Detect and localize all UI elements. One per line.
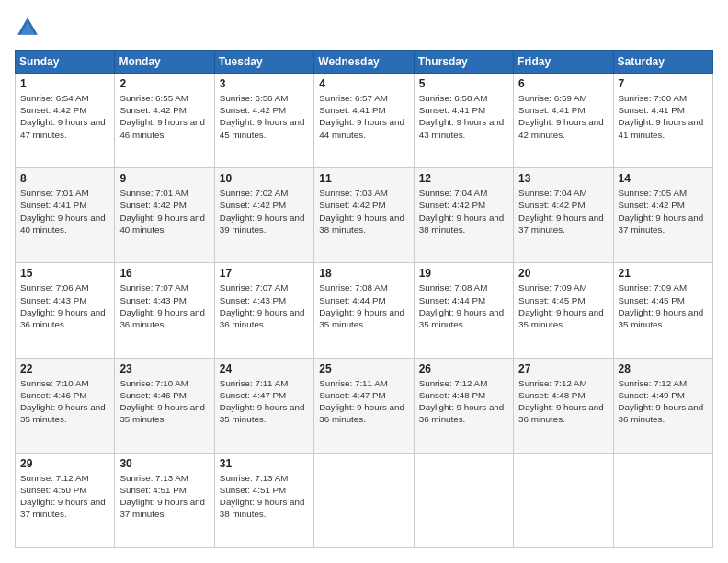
calendar-cell: 4Sunrise: 6:57 AMSunset: 4:41 PMDaylight…: [314, 74, 414, 168]
day-number: 9: [119, 172, 209, 185]
day-info: Sunrise: 6:57 AMSunset: 4:41 PMDaylight:…: [319, 92, 408, 141]
calendar-cell: 28Sunrise: 7:12 AMSunset: 4:49 PMDayligh…: [613, 358, 712, 453]
day-info: Sunrise: 6:55 AMSunset: 4:42 PMDaylight:…: [119, 92, 209, 141]
day-number: 29: [20, 457, 109, 470]
day-number: 13: [518, 172, 608, 185]
calendar-cell: 21Sunrise: 7:09 AMSunset: 4:45 PMDayligh…: [613, 263, 712, 358]
calendar-cell: 24Sunrise: 7:11 AMSunset: 4:47 PMDayligh…: [214, 358, 313, 453]
calendar-cell: 30Sunrise: 7:13 AMSunset: 4:51 PMDayligh…: [115, 453, 214, 547]
day-number: 14: [619, 172, 708, 185]
calendar-cell: 11Sunrise: 7:03 AMSunset: 4:42 PMDayligh…: [314, 168, 414, 263]
calendar-week-2: 8Sunrise: 7:01 AMSunset: 4:41 PMDaylight…: [16, 168, 713, 263]
day-header-sunday: Sunday: [16, 51, 115, 74]
day-number: 27: [518, 362, 608, 375]
day-info: Sunrise: 7:09 AMSunset: 4:45 PMDaylight:…: [518, 282, 608, 330]
calendar-cell: 6Sunrise: 6:59 AMSunset: 4:41 PMDaylight…: [514, 74, 613, 168]
calendar-cell: 7Sunrise: 7:00 AMSunset: 4:41 PMDaylight…: [613, 74, 712, 168]
day-header-tuesday: Tuesday: [214, 51, 313, 74]
calendar-week-5: 29Sunrise: 7:12 AMSunset: 4:50 PMDayligh…: [16, 453, 713, 547]
day-number: 24: [220, 362, 309, 375]
calendar-week-4: 22Sunrise: 7:10 AMSunset: 4:46 PMDayligh…: [16, 358, 713, 453]
calendar-table: SundayMondayTuesdayWednesdayThursdayFrid…: [15, 50, 713, 548]
day-number: 4: [319, 77, 408, 90]
day-info: Sunrise: 6:56 AMSunset: 4:42 PMDaylight:…: [220, 92, 309, 141]
day-number: 3: [220, 77, 309, 90]
day-info: Sunrise: 7:13 AMSunset: 4:51 PMDaylight:…: [119, 472, 209, 521]
calendar-cell: 5Sunrise: 6:58 AMSunset: 4:41 PMDaylight…: [414, 74, 513, 168]
calendar-cell: [314, 453, 414, 547]
day-info: Sunrise: 7:10 AMSunset: 4:46 PMDaylight:…: [119, 377, 209, 426]
day-info: Sunrise: 6:59 AMSunset: 4:41 PMDaylight:…: [518, 92, 608, 141]
day-number: 5: [419, 77, 508, 90]
day-number: 7: [619, 77, 708, 90]
day-number: 10: [220, 172, 309, 185]
calendar-cell: 25Sunrise: 7:11 AMSunset: 4:47 PMDayligh…: [314, 358, 414, 453]
day-number: 21: [619, 267, 708, 280]
day-info: Sunrise: 7:07 AMSunset: 4:43 PMDaylight:…: [119, 282, 209, 330]
calendar-cell: 27Sunrise: 7:12 AMSunset: 4:48 PMDayligh…: [514, 358, 613, 453]
calendar-cell: 19Sunrise: 7:08 AMSunset: 4:44 PMDayligh…: [414, 263, 513, 358]
day-number: 8: [20, 172, 109, 185]
day-header-wednesday: Wednesday: [314, 51, 414, 74]
logo-icon: [15, 15, 40, 40]
day-info: Sunrise: 7:01 AMSunset: 4:42 PMDaylight:…: [119, 187, 209, 236]
day-info: Sunrise: 7:00 AMSunset: 4:41 PMDaylight:…: [619, 92, 708, 141]
calendar-cell: 20Sunrise: 7:09 AMSunset: 4:45 PMDayligh…: [514, 263, 613, 358]
calendar-cell: 13Sunrise: 7:04 AMSunset: 4:42 PMDayligh…: [514, 168, 613, 263]
day-header-thursday: Thursday: [414, 51, 513, 74]
day-info: Sunrise: 7:03 AMSunset: 4:42 PMDaylight:…: [319, 187, 408, 236]
day-info: Sunrise: 7:08 AMSunset: 4:44 PMDaylight:…: [319, 282, 408, 330]
calendar-week-1: 1Sunrise: 6:54 AMSunset: 4:42 PMDaylight…: [16, 74, 713, 168]
day-number: 2: [119, 77, 209, 90]
header: [15, 15, 713, 40]
day-info: Sunrise: 6:58 AMSunset: 4:41 PMDaylight:…: [419, 92, 508, 141]
day-info: Sunrise: 7:09 AMSunset: 4:45 PMDaylight:…: [619, 282, 708, 330]
calendar-cell: 23Sunrise: 7:10 AMSunset: 4:46 PMDayligh…: [115, 358, 214, 453]
day-number: 19: [419, 267, 508, 280]
day-info: Sunrise: 7:11 AMSunset: 4:47 PMDaylight:…: [220, 377, 309, 426]
day-info: Sunrise: 7:02 AMSunset: 4:42 PMDaylight:…: [220, 187, 309, 236]
day-info: Sunrise: 7:12 AMSunset: 4:48 PMDaylight:…: [419, 377, 508, 426]
day-info: Sunrise: 7:06 AMSunset: 4:43 PMDaylight:…: [20, 282, 109, 330]
calendar-cell: 9Sunrise: 7:01 AMSunset: 4:42 PMDaylight…: [115, 168, 214, 263]
day-info: Sunrise: 7:07 AMSunset: 4:43 PMDaylight:…: [220, 282, 309, 330]
day-number: 31: [220, 457, 309, 470]
calendar-cell: [613, 453, 712, 547]
day-number: 22: [20, 362, 109, 375]
day-number: 11: [319, 172, 408, 185]
calendar-cell: 2Sunrise: 6:55 AMSunset: 4:42 PMDaylight…: [115, 74, 214, 168]
calendar-cell: 10Sunrise: 7:02 AMSunset: 4:42 PMDayligh…: [214, 168, 313, 263]
day-info: Sunrise: 7:04 AMSunset: 4:42 PMDaylight:…: [419, 187, 508, 236]
day-info: Sunrise: 7:10 AMSunset: 4:46 PMDaylight:…: [20, 377, 109, 426]
calendar-cell: 18Sunrise: 7:08 AMSunset: 4:44 PMDayligh…: [314, 263, 414, 358]
calendar-cell: 14Sunrise: 7:05 AMSunset: 4:42 PMDayligh…: [613, 168, 712, 263]
calendar-cell: 8Sunrise: 7:01 AMSunset: 4:41 PMDaylight…: [16, 168, 115, 263]
day-number: 15: [20, 267, 109, 280]
day-info: Sunrise: 7:01 AMSunset: 4:41 PMDaylight:…: [20, 187, 109, 236]
day-info: Sunrise: 7:12 AMSunset: 4:50 PMDaylight:…: [20, 472, 109, 521]
day-number: 16: [119, 267, 209, 280]
calendar-cell: [514, 453, 613, 547]
day-info: Sunrise: 7:04 AMSunset: 4:42 PMDaylight:…: [518, 187, 608, 236]
calendar-header-row: SundayMondayTuesdayWednesdayThursdayFrid…: [16, 51, 713, 74]
day-info: Sunrise: 6:54 AMSunset: 4:42 PMDaylight:…: [20, 92, 109, 141]
day-number: 6: [518, 77, 608, 90]
calendar-cell: 1Sunrise: 6:54 AMSunset: 4:42 PMDaylight…: [16, 74, 115, 168]
calendar-cell: 15Sunrise: 7:06 AMSunset: 4:43 PMDayligh…: [16, 263, 115, 358]
day-number: 17: [220, 267, 309, 280]
calendar-cell: 26Sunrise: 7:12 AMSunset: 4:48 PMDayligh…: [414, 358, 513, 453]
day-number: 1: [20, 77, 109, 90]
calendar-cell: 22Sunrise: 7:10 AMSunset: 4:46 PMDayligh…: [16, 358, 115, 453]
calendar-cell: 16Sunrise: 7:07 AMSunset: 4:43 PMDayligh…: [115, 263, 214, 358]
calendar-cell: 31Sunrise: 7:13 AMSunset: 4:51 PMDayligh…: [214, 453, 313, 547]
day-header-monday: Monday: [115, 51, 214, 74]
calendar-cell: 3Sunrise: 6:56 AMSunset: 4:42 PMDaylight…: [214, 74, 313, 168]
calendar-cell: 29Sunrise: 7:12 AMSunset: 4:50 PMDayligh…: [16, 453, 115, 547]
calendar-week-3: 15Sunrise: 7:06 AMSunset: 4:43 PMDayligh…: [16, 263, 713, 358]
day-header-saturday: Saturday: [613, 51, 712, 74]
page: SundayMondayTuesdayWednesdayThursdayFrid…: [0, 0, 728, 563]
calendar-cell: [414, 453, 513, 547]
day-number: 25: [319, 362, 408, 375]
day-number: 28: [619, 362, 708, 375]
day-info: Sunrise: 7:05 AMSunset: 4:42 PMDaylight:…: [619, 187, 708, 236]
